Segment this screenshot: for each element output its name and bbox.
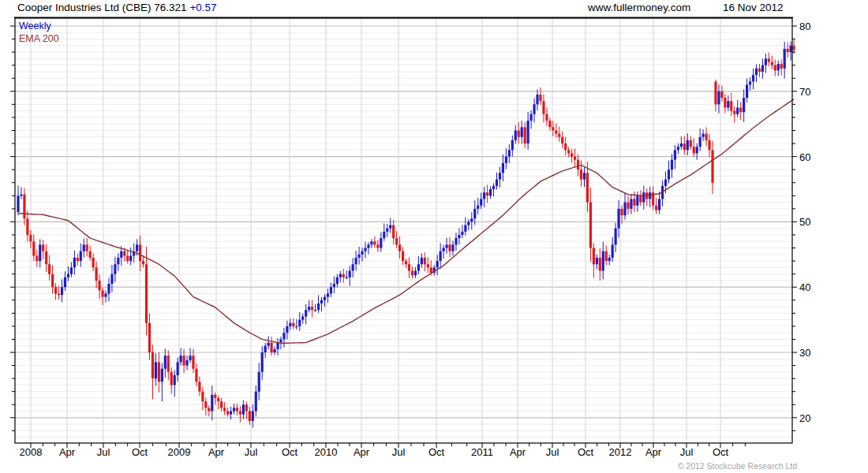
candle-up <box>636 196 638 205</box>
y-axis-label-50: 50 <box>799 216 823 228</box>
candle-up <box>483 192 485 199</box>
candle-down <box>198 382 200 391</box>
candle-down <box>714 81 716 104</box>
candle-up <box>623 203 626 216</box>
candle-up <box>477 206 479 209</box>
candle-up <box>784 49 786 69</box>
candle-up <box>615 229 617 245</box>
candle-up <box>252 412 254 421</box>
candle-down <box>220 401 223 408</box>
candle-wick <box>556 123 556 137</box>
x-axis-label-oct: Oct <box>428 446 444 458</box>
candle-up <box>527 121 529 143</box>
candle-wick <box>462 225 462 238</box>
candle-down <box>558 134 560 137</box>
candle-up <box>295 326 297 327</box>
candle-down <box>342 274 345 277</box>
candle-up <box>790 46 792 52</box>
candle-up <box>674 150 676 159</box>
candle-up <box>470 218 473 222</box>
candle-down <box>58 293 60 295</box>
candle-up <box>502 163 504 173</box>
candle-up <box>436 261 439 267</box>
candle-wick <box>21 187 21 199</box>
candle-down <box>77 258 79 261</box>
candle-up <box>185 360 188 366</box>
candle-down <box>542 101 544 114</box>
candle-down <box>89 251 92 258</box>
candle-up <box>511 140 514 150</box>
candle-up <box>473 209 476 218</box>
candle-up <box>702 134 705 137</box>
candle-down <box>51 274 54 288</box>
y-axis-label-30: 30 <box>799 347 823 359</box>
candle-down <box>768 58 770 61</box>
chart-canvas[interactable] <box>0 0 868 473</box>
candle-down <box>792 46 795 50</box>
candle-up <box>357 255 360 258</box>
candle-up <box>699 137 702 147</box>
candle-down <box>152 352 154 378</box>
candle-up <box>499 173 501 179</box>
y-axis-label-40: 40 <box>799 281 823 293</box>
candle-down <box>774 65 776 71</box>
candle-down <box>561 137 563 143</box>
chart-window: { "header": { "title": "Cooper Industrie… <box>0 0 868 473</box>
x-axis-label-apr: Apr <box>645 446 661 458</box>
candle-up <box>364 248 366 251</box>
candle-down <box>245 404 248 411</box>
x-axis-label-oct: Oct <box>282 446 297 458</box>
y-axis-label-60: 60 <box>799 151 823 163</box>
candle-up <box>320 300 323 304</box>
candle-down <box>564 143 567 150</box>
x-axis-label-jul: Jul <box>392 446 406 458</box>
candle-up <box>73 258 76 267</box>
candle-up <box>414 271 417 276</box>
candle-down <box>148 323 151 352</box>
candle-up <box>80 251 82 261</box>
candle-up <box>458 235 460 238</box>
candle-down <box>36 255 38 261</box>
candle-up <box>617 209 619 229</box>
candle-down <box>548 121 551 127</box>
candle-up <box>261 352 264 372</box>
candle-wick <box>218 395 219 409</box>
candle-wick <box>368 242 369 254</box>
candle-down <box>223 408 226 411</box>
candle-up <box>317 304 320 310</box>
candle-up <box>630 199 632 208</box>
candle-down <box>518 130 520 136</box>
candle-down <box>126 255 129 261</box>
candle-down <box>48 264 51 274</box>
candle-down <box>780 64 783 69</box>
candle-down <box>571 153 573 156</box>
y-axis-label-80: 80 <box>799 20 823 32</box>
candle-up <box>680 143 683 147</box>
candle-up <box>687 140 689 150</box>
candle-up <box>305 310 307 316</box>
candle-down <box>54 287 57 293</box>
candle-down <box>545 114 548 121</box>
candle-up <box>386 229 388 232</box>
candle-up <box>174 375 176 385</box>
candle-down <box>167 356 170 372</box>
legend-weekly-label: Weekly <box>19 20 51 32</box>
candle-down <box>524 127 526 143</box>
candle-up <box>717 91 720 105</box>
candle-up <box>211 395 213 412</box>
candle-down <box>739 108 742 113</box>
legend-ema-label: EMA 200 <box>19 33 59 45</box>
x-axis-label-oct: Oct <box>132 446 148 458</box>
candle-down <box>733 111 735 114</box>
candle-up <box>336 277 339 284</box>
candle-up <box>765 58 767 65</box>
candle-up <box>496 180 498 186</box>
candle-down <box>195 369 197 382</box>
candle-up <box>64 277 66 287</box>
candle-up <box>596 258 598 264</box>
candle-down <box>724 98 726 107</box>
candle-up <box>298 320 301 326</box>
candle-wick <box>443 245 444 259</box>
candle-up <box>602 251 604 271</box>
candle-down <box>787 49 789 52</box>
